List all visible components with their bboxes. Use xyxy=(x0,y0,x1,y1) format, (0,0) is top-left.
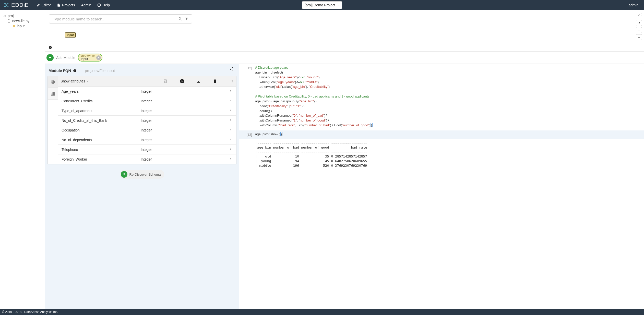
attr-name: Age_years xyxy=(58,89,137,93)
nav-editor[interactable]: Editor xyxy=(33,0,54,10)
attr-type[interactable]: Integer xyxy=(137,128,236,132)
code-cell-12[interactable]: [12] # Discretize age years age_bin = d.… xyxy=(239,64,644,130)
rediscover-label: Re-Discover Schema xyxy=(129,173,161,176)
tree-folder-proj[interactable]: proj xyxy=(3,13,42,18)
chevron-down-icon[interactable] xyxy=(231,69,234,72)
svg-point-1 xyxy=(7,3,8,4)
table-row[interactable]: Age_yearsInteger xyxy=(58,87,236,96)
nav-projects[interactable]: Projects xyxy=(54,0,78,10)
svg-point-4 xyxy=(6,5,7,6)
filter-icon[interactable] xyxy=(185,17,188,21)
float-controls: ⤢ xyxy=(636,13,642,16)
sort-caret-icon[interactable] xyxy=(230,128,232,132)
search-area xyxy=(45,10,644,26)
top-nav: EDDiE Editor Projects Admin ? Help [proj… xyxy=(0,0,644,10)
attr-type[interactable]: Integer xyxy=(137,108,236,113)
table-row[interactable]: No_of_Credits_at_this_BankInteger xyxy=(58,116,236,125)
module-dot-icon xyxy=(13,25,15,27)
folder-icon xyxy=(3,14,6,18)
table-row[interactable]: TelephoneInteger xyxy=(58,145,236,154)
download-icon[interactable] xyxy=(196,79,201,83)
footer-text: © 2016 - 2018 - DataSense Analytics Inc. xyxy=(2,310,58,314)
attr-type[interactable]: Integer xyxy=(137,99,236,103)
show-attributes-label: Show attributes xyxy=(61,79,85,83)
help-icon: ? xyxy=(97,3,101,7)
tree-file-newfile[interactable]: newFile.py xyxy=(3,18,42,23)
tree-module-label: input xyxy=(17,24,25,28)
notebook-pane: [12] # Discretize age years age_bin = d.… xyxy=(239,64,644,309)
play-icon[interactable] xyxy=(180,79,185,84)
add-button[interactable]: + xyxy=(636,27,642,33)
remove-button[interactable]: − xyxy=(636,34,642,40)
table-row[interactable]: Type_of_apartmentInteger xyxy=(58,106,236,116)
sort-caret-icon[interactable] xyxy=(230,138,232,142)
file-tree: proj newFile.py input xyxy=(0,10,45,309)
table-row[interactable]: OccupationInteger xyxy=(58,125,236,135)
attr-name: Telephone xyxy=(58,148,137,152)
add-module-label: Add Module xyxy=(56,56,75,60)
sort-caret-icon[interactable] xyxy=(230,99,232,103)
svg-rect-13 xyxy=(51,92,55,95)
grid-icon xyxy=(51,91,55,96)
attr-type[interactable]: Integer xyxy=(137,89,236,93)
show-attributes-toggle[interactable]: Show attributes xyxy=(61,79,88,83)
sort-caret-icon[interactable] xyxy=(230,157,232,161)
sort-caret-icon[interactable] xyxy=(230,147,232,152)
cell-output: +-------+-------------+--------------+--… xyxy=(239,139,644,175)
attr-type[interactable]: Integer xyxy=(137,157,236,161)
nav-admin[interactable]: Admin xyxy=(78,0,94,10)
user-label[interactable]: admin xyxy=(627,3,640,7)
module-chip-label: input xyxy=(81,57,95,60)
save-icon[interactable] xyxy=(163,79,168,83)
file-icon xyxy=(57,3,61,7)
table-row[interactable]: Concurrent_CreditsInteger xyxy=(58,96,236,106)
undo-icon[interactable] xyxy=(229,79,234,83)
tree-module-input[interactable]: input xyxy=(3,23,42,29)
attribute-table: Age_yearsIntegerConcurrent_CreditsIntege… xyxy=(58,86,236,164)
info-icon[interactable]: i xyxy=(73,69,77,72)
svg-text:i: i xyxy=(50,46,51,49)
table-row[interactable]: No_of_dependentsInteger xyxy=(58,135,236,145)
rail-schema-button[interactable] xyxy=(48,76,58,88)
trash-icon[interactable] xyxy=(213,79,217,83)
sort-caret-icon[interactable] xyxy=(230,118,232,123)
nav-help[interactable]: ? Help xyxy=(94,0,113,10)
edit-icon xyxy=(37,3,40,7)
graph-canvas[interactable]: input i xyxy=(45,26,644,51)
rail-grid-button[interactable] xyxy=(48,88,58,100)
svg-point-3 xyxy=(7,6,8,7)
graph-node-input[interactable]: input xyxy=(65,32,76,38)
cell-code[interactable]: # Discretize age years age_bin = d.selec… xyxy=(255,65,641,128)
nav-admin-label: Admin xyxy=(81,3,91,7)
nav-projects-label: Projects xyxy=(62,3,75,7)
cell-code[interactable]: age_pivot.show() xyxy=(255,132,641,137)
tree-root-label: proj xyxy=(8,14,14,18)
chevron-down-icon xyxy=(337,4,340,6)
logo[interactable]: EDDiE xyxy=(4,2,29,8)
attr-name: Concurrent_Credits xyxy=(58,99,137,103)
code-cell-13[interactable]: [13] age_pivot.show() xyxy=(239,130,644,139)
search-icon[interactable] xyxy=(178,17,182,21)
attr-type[interactable]: Integer xyxy=(137,138,236,142)
project-select-label: [proj] Demo Project xyxy=(305,3,335,7)
module-chip-input[interactable]: proj.newFile input ✕ xyxy=(78,54,102,62)
add-module-button[interactable]: + xyxy=(46,54,54,61)
module-search-input[interactable] xyxy=(49,14,192,23)
sort-caret-icon[interactable] xyxy=(230,108,232,113)
attr-name: Foreign_Worker xyxy=(58,157,137,161)
nav-help-label: Help xyxy=(102,3,110,7)
table-row[interactable]: Foreign_WorkerInteger xyxy=(58,154,236,164)
cell-prompt: [12] xyxy=(241,65,255,128)
info-icon[interactable]: i xyxy=(49,46,52,49)
attr-type[interactable]: Integer xyxy=(137,147,236,152)
fqn-label: Module FQN xyxy=(49,68,71,73)
attr-type[interactable]: Integer xyxy=(137,118,236,123)
maximize-button[interactable]: ⤢ xyxy=(636,13,642,16)
sort-caret-icon[interactable] xyxy=(230,89,232,93)
svg-text:i: i xyxy=(75,69,75,72)
refresh-button[interactable] xyxy=(636,20,642,26)
svg-point-12 xyxy=(52,81,54,83)
project-select[interactable]: [proj] Demo Project xyxy=(302,1,342,9)
close-chip-button[interactable]: ✕ xyxy=(96,55,101,60)
rediscover-schema-button[interactable]: Re-Discover Schema xyxy=(120,170,164,179)
